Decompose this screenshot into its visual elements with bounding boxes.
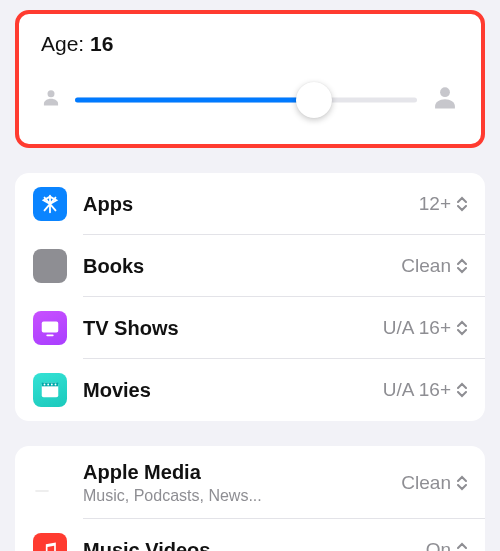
- up-down-icon: [457, 258, 467, 274]
- up-down-icon: [457, 382, 467, 398]
- svg-point-9: [55, 384, 57, 386]
- row-movies[interactable]: MoviesU/A 16+: [15, 359, 485, 421]
- row-value: U/A 16+: [383, 379, 451, 401]
- content-restrictions-group-2: Apple MediaMusic, Podcasts, News...Clean…: [15, 446, 485, 551]
- tv-icon: [33, 311, 67, 345]
- row-texts: Apple MediaMusic, Podcasts, News...: [83, 460, 401, 505]
- row-value: Clean: [401, 472, 451, 494]
- svg-point-0: [48, 90, 55, 97]
- slider-fill: [75, 98, 314, 103]
- up-down-icon: [457, 320, 467, 336]
- row-value: 12+: [419, 193, 451, 215]
- person-large-icon: [431, 84, 459, 116]
- up-down-icon: [457, 542, 467, 551]
- movies-icon: [33, 373, 67, 407]
- svg-point-6: [44, 384, 46, 386]
- row-title: Books: [83, 254, 401, 278]
- row-applemedia[interactable]: Apple MediaMusic, Podcasts, News...Clean: [15, 446, 485, 519]
- row-books[interactable]: BooksClean: [15, 235, 485, 297]
- content-restrictions-group-1: Apps12+BooksCleanTV ShowsU/A 16+MoviesU/…: [15, 173, 485, 421]
- row-tv[interactable]: TV ShowsU/A 16+: [15, 297, 485, 359]
- row-texts: Movies: [83, 378, 383, 402]
- row-title: Apple Media: [83, 460, 401, 484]
- row-subtitle: Music, Podcasts, News...: [83, 486, 401, 505]
- apps-icon: [33, 187, 67, 221]
- books-icon: [33, 249, 67, 283]
- row-value: On: [426, 539, 451, 551]
- svg-point-7: [47, 384, 49, 386]
- person-small-icon: [41, 88, 61, 112]
- row-value: U/A 16+: [383, 317, 451, 339]
- svg-point-8: [51, 384, 53, 386]
- age-card: Age: 16: [15, 10, 485, 148]
- age-slider-row: [41, 84, 459, 116]
- svg-rect-3: [46, 334, 53, 336]
- row-title: Music Videos: [83, 538, 426, 551]
- row-title: Apps: [83, 192, 419, 216]
- row-title: TV Shows: [83, 316, 383, 340]
- age-label: Age:: [41, 32, 90, 55]
- row-title: Movies: [83, 378, 383, 402]
- age-label-row: Age: 16: [41, 32, 459, 56]
- row-musicvid[interactable]: Music VideosOn: [15, 519, 485, 551]
- row-texts: TV Shows: [83, 316, 383, 340]
- musicvid-icon: [33, 533, 67, 551]
- age-value: 16: [90, 32, 113, 55]
- age-slider[interactable]: [75, 84, 417, 116]
- svg-point-1: [440, 87, 450, 97]
- row-value: Clean: [401, 255, 451, 277]
- applemedia-icon: [33, 466, 67, 500]
- row-texts: Apps: [83, 192, 419, 216]
- slider-thumb[interactable]: [296, 82, 332, 118]
- row-texts: Books: [83, 254, 401, 278]
- up-down-icon: [457, 196, 467, 212]
- row-apps[interactable]: Apps12+: [15, 173, 485, 235]
- svg-rect-2: [42, 322, 59, 333]
- row-texts: Music Videos: [83, 538, 426, 551]
- up-down-icon: [457, 475, 467, 491]
